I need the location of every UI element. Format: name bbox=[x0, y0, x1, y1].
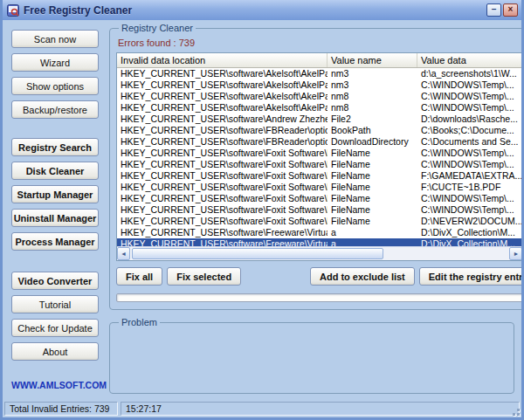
table-cell: HKEY_CURRENT_USER\software\Foxit Softwar… bbox=[117, 216, 328, 227]
table-row[interactable]: HKEY_CURRENT_USER\software\FBReader\opti… bbox=[117, 125, 521, 136]
sidebar-button-process-manager[interactable]: Process Manager bbox=[11, 232, 99, 251]
sidebar-button-scan-now[interactable]: Scan now bbox=[11, 30, 99, 48]
app-window: Free Registry Cleaner – × Scan nowWizard… bbox=[0, 0, 524, 420]
table-cell: a bbox=[328, 227, 417, 238]
table-cell: HKEY_CURRENT_USER\software\Akelsoft\Akel… bbox=[117, 79, 328, 91]
action-button-row: Fix all Fix selected Add to exclude list… bbox=[116, 267, 521, 286]
table-cell: nm3 bbox=[328, 79, 417, 91]
table-cell: d:\a_screenshots\1\W... bbox=[417, 68, 521, 79]
sidebar-button-wizard[interactable]: Wizard bbox=[11, 53, 99, 72]
sidebar-button-registry-search[interactable]: Registry Search bbox=[11, 138, 99, 156]
table-cell: HKEY_CURRENT_USER\software\Foxit Softwar… bbox=[117, 193, 328, 204]
titlebar[interactable]: Free Registry Cleaner – × bbox=[3, 0, 521, 20]
horizontal-scroll-thumb[interactable] bbox=[132, 248, 383, 259]
table-cell: FileName bbox=[328, 216, 417, 227]
sidebar-button-groups: Scan nowWizardShow optionsBackup/restore… bbox=[11, 30, 99, 361]
table-cell: D:\NEVERW2\DOCUM... bbox=[417, 216, 521, 227]
table-cell: HKEY_CURRENT_USER\software\Andrew Zhezhe… bbox=[117, 114, 328, 125]
table-row[interactable]: HKEY_CURRENT_USER\software\FBReader\opti… bbox=[117, 136, 521, 148]
table-cell: C:\WINDOWS\Temp\... bbox=[417, 204, 521, 216]
table-cell: HKEY_CURRENT_USER\software\Foxit Softwar… bbox=[117, 159, 328, 170]
table-cell: HKEY_CURRENT_USER\software\Akelsoft\Akel… bbox=[117, 68, 328, 79]
table-cell: HKEY_CURRENT_USER\software\Akelsoft\Akel… bbox=[117, 102, 328, 114]
table-cell: F:\CUCTE~1B.PDF bbox=[417, 182, 521, 193]
horizontal-scrollbar[interactable]: ◄ ► bbox=[117, 246, 521, 260]
column-header-value-name[interactable]: Value name bbox=[328, 53, 417, 67]
table-row[interactable]: HKEY_CURRENT_USER\software\Akelsoft\Akel… bbox=[117, 79, 521, 91]
table-cell: C:\Books;C:\Docume... bbox=[417, 125, 521, 136]
table-row[interactable]: HKEY_CURRENT_USER\software\Foxit Softwar… bbox=[117, 216, 521, 227]
table-cell: File2 bbox=[328, 114, 417, 125]
sidebar-button-video-converter[interactable]: Video Converter bbox=[11, 272, 99, 290]
website-link[interactable]: WWW.AMLSOFT.COM bbox=[11, 380, 99, 390]
table-cell: C:\WINDOWS\Temp\... bbox=[417, 148, 521, 159]
window-title: Free Registry Cleaner bbox=[24, 4, 486, 17]
problem-group: Problem bbox=[109, 317, 514, 394]
table-cell: nm8 bbox=[328, 91, 417, 102]
fix-selected-button[interactable]: Fix selected bbox=[167, 267, 241, 286]
table-row[interactable]: HKEY_CURRENT_USER\software\Freeware\Virt… bbox=[117, 227, 521, 238]
table-row[interactable]: HKEY_CURRENT_USER\software\Akelsoft\Akel… bbox=[117, 91, 521, 102]
sidebar-button-tutorial[interactable]: Tutorial bbox=[11, 295, 99, 313]
table-cell: HKEY_CURRENT_USER\software\FBReader\opti… bbox=[117, 136, 328, 148]
scroll-right-icon[interactable]: ► bbox=[509, 247, 521, 260]
sidebar-button-disk-cleaner[interactable]: Disk Cleaner bbox=[11, 162, 99, 180]
status-total-invalid-entries: Total Invalid Entries: 739 bbox=[4, 402, 118, 416]
table-row[interactable]: HKEY_CURRENT_USER\software\Freeware\Virt… bbox=[117, 238, 521, 246]
sidebar-button-show-options[interactable]: Show options bbox=[11, 77, 99, 95]
table-row[interactable]: HKEY_CURRENT_USER\software\Foxit Softwar… bbox=[117, 182, 521, 193]
status-bar: Total Invalid Entries: 739 15:27:17 bbox=[3, 400, 521, 417]
table-row[interactable]: HKEY_CURRENT_USER\software\Akelsoft\Akel… bbox=[117, 102, 521, 114]
table-row[interactable]: HKEY_CURRENT_USER\software\Foxit Softwar… bbox=[117, 193, 521, 204]
table-cell: D:\downloads\Rasche... bbox=[417, 114, 521, 125]
table-cell: HKEY_CURRENT_USER\software\FBReader\opti… bbox=[117, 125, 328, 136]
table-cell: FileName bbox=[328, 204, 417, 216]
column-header-value-data[interactable]: Value data bbox=[417, 53, 521, 67]
table-cell: C:\WINDOWS\Temp\... bbox=[417, 79, 521, 91]
table-cell: C:\WINDOWS\Temp\... bbox=[417, 91, 521, 102]
registry-cleaner-group: Registry Cleaner Errors found : 739 Inva… bbox=[109, 23, 521, 310]
table-cell: HKEY_CURRENT_USER\software\Foxit Softwar… bbox=[117, 170, 328, 182]
column-header-invalid-data-location[interactable]: Invalid data location bbox=[117, 53, 328, 67]
sidebar-button-startup-manager[interactable]: Startup Manager bbox=[11, 185, 99, 203]
main-panel: Registry Cleaner Errors found : 739 Inva… bbox=[107, 20, 521, 400]
table-cell: nm8 bbox=[328, 102, 417, 114]
sidebar: Scan nowWizardShow optionsBackup/restore… bbox=[3, 20, 107, 400]
sidebar-button-about[interactable]: About bbox=[11, 342, 99, 361]
table-row[interactable]: HKEY_CURRENT_USER\software\Foxit Softwar… bbox=[117, 148, 521, 159]
scroll-left-icon[interactable]: ◄ bbox=[117, 247, 130, 260]
sidebar-button-backup-restore[interactable]: Backup/restore bbox=[11, 100, 99, 119]
table-cell: C:\WINDOWS\Temp\... bbox=[417, 102, 521, 114]
results-table: Invalid data location Value name Value d… bbox=[116, 52, 521, 261]
table-row[interactable]: HKEY_CURRENT_USER\software\Foxit Softwar… bbox=[117, 159, 521, 170]
table-row[interactable]: HKEY_CURRENT_USER\software\Andrew Zhezhe… bbox=[117, 114, 521, 125]
table-cell: nm3 bbox=[328, 68, 417, 79]
table-cell: FileName bbox=[328, 182, 417, 193]
sidebar-button-uninstall-manager[interactable]: Uninstall Manager bbox=[11, 209, 99, 227]
minimize-button[interactable]: – bbox=[486, 3, 501, 17]
table-cell: FileName bbox=[328, 193, 417, 204]
add-to-exclude-list-button[interactable]: Add to exclude list bbox=[310, 267, 415, 286]
table-cell: F:\GAMEDATA\EXTRA... bbox=[417, 170, 521, 182]
table-cell: a bbox=[328, 238, 417, 246]
table-header: Invalid data location Value name Value d… bbox=[117, 53, 521, 68]
close-button[interactable]: × bbox=[503, 3, 518, 17]
table-cell: FileName bbox=[328, 170, 417, 182]
table-row[interactable]: HKEY_CURRENT_USER\software\Foxit Softwar… bbox=[117, 170, 521, 182]
fix-all-button[interactable]: Fix all bbox=[116, 267, 162, 286]
problem-group-title: Problem bbox=[119, 317, 160, 327]
edit-registry-entry-button[interactable]: Edit the registry entry bbox=[419, 267, 521, 286]
table-cell: D:\DivX_Collection\M... bbox=[417, 238, 521, 246]
registry-cleaner-group-title: Registry Cleaner bbox=[119, 23, 196, 33]
table-body: HKEY_CURRENT_USER\software\Akelsoft\Akel… bbox=[117, 68, 521, 246]
sidebar-button-check-for-update[interactable]: Check for Update bbox=[11, 319, 99, 337]
table-cell: C:\WINDOWS\Temp\... bbox=[417, 159, 521, 170]
table-row[interactable]: HKEY_CURRENT_USER\software\Foxit Softwar… bbox=[117, 204, 521, 216]
table-cell: HKEY_CURRENT_USER\software\Freeware\Virt… bbox=[117, 227, 328, 238]
table-row[interactable]: HKEY_CURRENT_USER\software\Akelsoft\Akel… bbox=[117, 68, 521, 79]
sidebar-group: Scan nowWizardShow optionsBackup/restore bbox=[11, 30, 99, 119]
table-cell: C:\Documents and Se... bbox=[417, 136, 521, 148]
table-cell: FileName bbox=[328, 148, 417, 159]
status-time: 15:27:17 bbox=[121, 402, 520, 416]
resize-grip[interactable] bbox=[509, 405, 520, 416]
